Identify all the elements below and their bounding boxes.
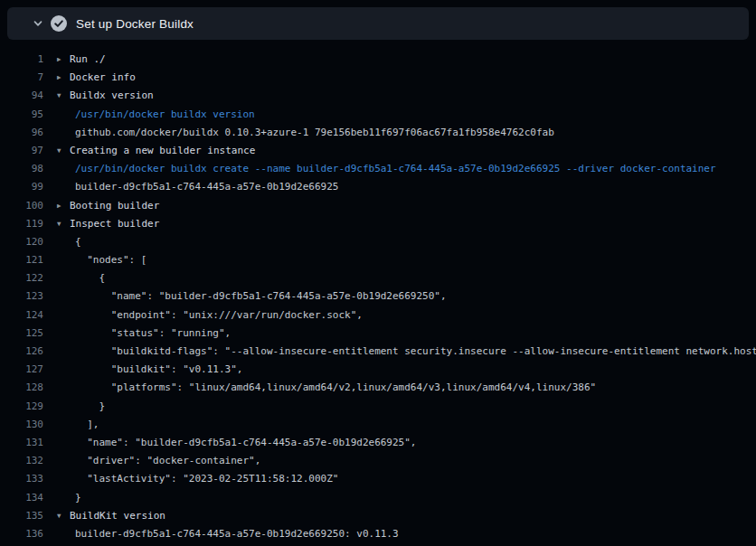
log-line-content: /usr/bin/docker buildx create --name bui… — [57, 160, 716, 178]
line-number: 130 — [0, 416, 43, 434]
line-number: 94 — [0, 87, 43, 105]
log-line-content: "platforms": "linux/amd64,linux/amd64/v2… — [57, 379, 596, 397]
log-row: 123 "name": "builder-d9cfb5a1-c764-445a-… — [0, 287, 756, 306]
log-text: } — [57, 489, 81, 507]
line-number: 134 — [0, 489, 43, 507]
actions-log-viewer: Set up Docker Buildx 1 ▶ Run ./ 7 ▶ Dock… — [0, 0, 756, 546]
log-line-content: ▶ Booting builder — [57, 197, 159, 215]
log-row: 124 "endpoint": "unix:///var/run/docker.… — [0, 306, 756, 325]
line-number: 127 — [0, 361, 43, 379]
line-number: 132 — [0, 452, 43, 470]
log-line-content: "buildkit": "v0.11.3", — [57, 361, 242, 379]
log-row: 98 /usr/bin/docker buildx create --name … — [0, 160, 756, 178]
log-line-content: } — [57, 398, 105, 416]
log-line-content: ▼ BuildKit version — [57, 507, 165, 525]
log-row: 96 github.com/docker/buildx 0.10.3+azure… — [0, 124, 756, 142]
log-text: "nodes": [ — [57, 251, 146, 269]
log-row: 134 } — [0, 489, 756, 507]
log-line-content: "endpoint": "unix:///var/run/docker.sock… — [57, 306, 363, 325]
log-line-content: "driver": "docker-container", — [57, 452, 260, 470]
log-text: Booting builder — [70, 197, 159, 215]
line-number: 120 — [0, 233, 43, 251]
log-line-content: { — [57, 233, 81, 251]
step-header[interactable]: Set up Docker Buildx — [7, 7, 749, 40]
log-text: Run ./ — [70, 51, 106, 69]
log-row: 127 "buildkit": "v0.11.3", — [0, 361, 756, 379]
log-row: 136 builder-d9cfb5a1-c764-445a-a57e-0b19… — [0, 525, 756, 543]
log-text: Inspect builder — [70, 215, 159, 233]
log-line-content: "name": "builder-d9cfb5a1-c764-445a-a57e… — [57, 434, 417, 452]
log-row[interactable]: 119 ▼ Inspect builder — [0, 215, 756, 233]
log-row: 131 "name": "builder-d9cfb5a1-c764-445a-… — [0, 434, 756, 452]
chevron-down-icon[interactable] — [33, 18, 43, 29]
log-row[interactable]: 135 ▼ BuildKit version — [0, 507, 756, 525]
log-row: 132 "driver": "docker-container", — [0, 452, 756, 470]
log-text: builder-d9cfb5a1-c764-445a-a57e-0b19d2e6… — [57, 525, 399, 543]
log-text: } — [57, 398, 105, 416]
log-row[interactable]: 7 ▶ Docker info — [0, 69, 756, 87]
log-row: 133 "lastActivity": "2023-02-25T11:58:12… — [0, 470, 756, 488]
log-row: 99 builder-d9cfb5a1-c764-445a-a57e-0b19d… — [0, 178, 756, 196]
log-line-content: "nodes": [ — [57, 251, 146, 269]
group-toggle-icon[interactable]: ▼ — [57, 215, 70, 233]
log-text: /usr/bin/docker buildx create --name bui… — [57, 160, 716, 178]
log-text: "status": "running", — [57, 325, 231, 343]
log-row[interactable]: 1 ▶ Run ./ — [0, 51, 756, 69]
line-number: 123 — [0, 287, 43, 306]
line-number: 128 — [0, 379, 43, 397]
group-toggle-icon[interactable]: ▶ — [57, 69, 70, 87]
log-line-content: ▼ Inspect builder — [57, 215, 159, 233]
group-toggle-icon[interactable]: ▼ — [57, 507, 70, 525]
log-row: 122 { — [0, 269, 756, 287]
log-line-content: ▼ Buildx version — [57, 87, 154, 105]
log-text: { — [57, 269, 105, 287]
line-number: 119 — [0, 215, 43, 233]
line-number: 126 — [0, 343, 43, 361]
log-text: { — [57, 233, 81, 251]
log-text: BuildKit version — [70, 507, 165, 525]
log-row: 128 "platforms": "linux/amd64,linux/amd6… — [0, 379, 756, 397]
log-text: "buildkitd-flags": "--allow-insecure-ent… — [57, 343, 756, 361]
log-line-content: github.com/docker/buildx 0.10.3+azure-1 … — [57, 124, 554, 142]
log-line-content: "name": "builder-d9cfb5a1-c764-445a-a57e… — [57, 287, 447, 306]
log-text: Buildx version — [70, 87, 154, 105]
line-number: 1 — [0, 51, 43, 69]
line-number: 129 — [0, 398, 43, 416]
log-text: Docker info — [70, 69, 136, 87]
log-text: "name": "builder-d9cfb5a1-c764-445a-a57e… — [57, 434, 417, 452]
line-number: 131 — [0, 434, 43, 452]
line-number: 98 — [0, 160, 43, 178]
line-number: 124 — [0, 306, 43, 325]
group-toggle-icon[interactable]: ▶ — [57, 197, 70, 215]
step-title: Set up Docker Buildx — [76, 17, 194, 31]
log-text: "lastActivity": "2023-02-25T11:58:12.000… — [57, 470, 338, 488]
log-line-content: { — [57, 269, 105, 287]
log-row: 125 "status": "running", — [0, 325, 756, 343]
log-text: ], — [57, 416, 99, 434]
log-line-content: ], — [57, 416, 99, 434]
log-text: builder-d9cfb5a1-c764-445a-a57e-0b19d2e6… — [57, 178, 338, 196]
group-toggle-icon[interactable]: ▼ — [57, 142, 70, 160]
line-number: 100 — [0, 197, 43, 215]
line-number: 135 — [0, 507, 43, 525]
line-number: 136 — [0, 525, 43, 543]
log-area: 1 ▶ Run ./ 7 ▶ Docker info 94 ▼ Buildx v… — [0, 40, 756, 546]
log-text: "driver": "docker-container", — [57, 452, 260, 470]
group-toggle-icon[interactable]: ▶ — [57, 51, 70, 69]
group-toggle-icon[interactable]: ▼ — [57, 87, 70, 105]
log-row: 130 ], — [0, 416, 756, 434]
log-row: 121 "nodes": [ — [0, 251, 756, 269]
log-line-content: ▶ Run ./ — [57, 51, 106, 69]
log-line-content: /usr/bin/docker buildx version — [57, 106, 255, 124]
log-row[interactable]: 97 ▼ Creating a new builder instance — [0, 142, 756, 160]
log-row: 95 /usr/bin/docker buildx version — [0, 106, 756, 124]
log-line-content: "lastActivity": "2023-02-25T11:58:12.000… — [57, 470, 338, 488]
log-row[interactable]: 100 ▶ Booting builder — [0, 197, 756, 215]
line-number: 121 — [0, 251, 43, 269]
log-line-content: builder-d9cfb5a1-c764-445a-a57e-0b19d2e6… — [57, 178, 338, 196]
check-circle-icon — [51, 15, 67, 32]
log-row[interactable]: 94 ▼ Buildx version — [0, 87, 756, 105]
log-line-content: "buildkitd-flags": "--allow-insecure-ent… — [57, 343, 756, 361]
log-text: "buildkit": "v0.11.3", — [57, 361, 242, 379]
log-text: github.com/docker/buildx 0.10.3+azure-1 … — [57, 124, 554, 142]
